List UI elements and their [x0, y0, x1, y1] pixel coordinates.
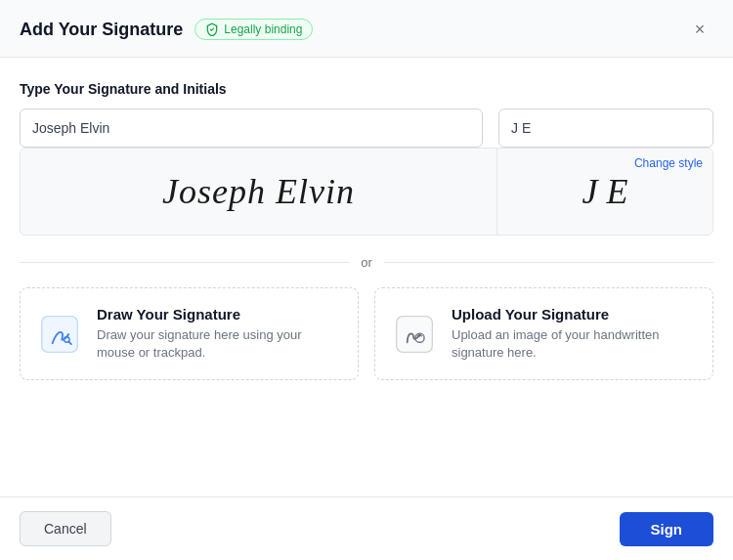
close-button[interactable]: × — [686, 16, 713, 43]
upload-desc: Upload an image of your handwritten sign… — [452, 326, 697, 362]
or-divider: or — [20, 255, 713, 270]
draw-signature-card[interactable]: Draw Your Signature Draw your signature … — [20, 287, 359, 380]
section-label: Type Your Signature and Initials — [20, 81, 713, 97]
header-left: Add Your Signature Legally binding — [20, 19, 313, 40]
legally-binding-label: Legally binding — [224, 22, 302, 36]
signature-input[interactable] — [20, 108, 483, 148]
signature-preview-text: Joseph Elvin — [162, 171, 355, 212]
cancel-button[interactable]: Cancel — [20, 511, 111, 546]
legally-binding-badge: Legally binding — [194, 19, 313, 40]
input-row — [20, 108, 713, 148]
modal-body: Type Your Signature and Initials Joseph … — [0, 58, 733, 496]
add-signature-modal: Add Your Signature Legally binding × Typ… — [0, 0, 733, 560]
upload-signature-card[interactable]: Upload Your Signature Upload an image of… — [374, 287, 713, 380]
initials-preview-text: J E — [582, 171, 628, 212]
shield-icon — [205, 22, 219, 36]
modal-footer: Cancel Sign — [0, 496, 733, 560]
or-label: or — [361, 255, 372, 270]
sign-button[interactable]: Sign — [620, 512, 714, 546]
draw-text-block: Draw Your Signature Draw your signature … — [97, 306, 342, 362]
options-row: Draw Your Signature Draw your signature … — [20, 287, 713, 380]
upload-text-block: Upload Your Signature Upload an image of… — [452, 306, 697, 362]
initials-preview: Change style J E — [497, 149, 712, 235]
signature-preview-row: Joseph Elvin Change style J E — [20, 148, 713, 236]
draw-title: Draw Your Signature — [97, 306, 342, 323]
divider-line-right — [384, 262, 713, 263]
modal-title: Add Your Signature — [20, 20, 183, 40]
draw-desc: Draw your signature here using your mous… — [97, 326, 342, 362]
svg-rect-0 — [42, 316, 78, 352]
signature-preview: Joseph Elvin — [21, 149, 497, 235]
draw-icon — [36, 311, 83, 358]
initials-input[interactable] — [498, 108, 713, 148]
upload-title: Upload Your Signature — [452, 306, 697, 323]
change-style-link[interactable]: Change style — [634, 156, 703, 170]
svg-rect-3 — [397, 316, 433, 352]
divider-line-left — [20, 262, 349, 263]
upload-icon — [391, 311, 438, 358]
modal-header: Add Your Signature Legally binding × — [0, 0, 733, 58]
